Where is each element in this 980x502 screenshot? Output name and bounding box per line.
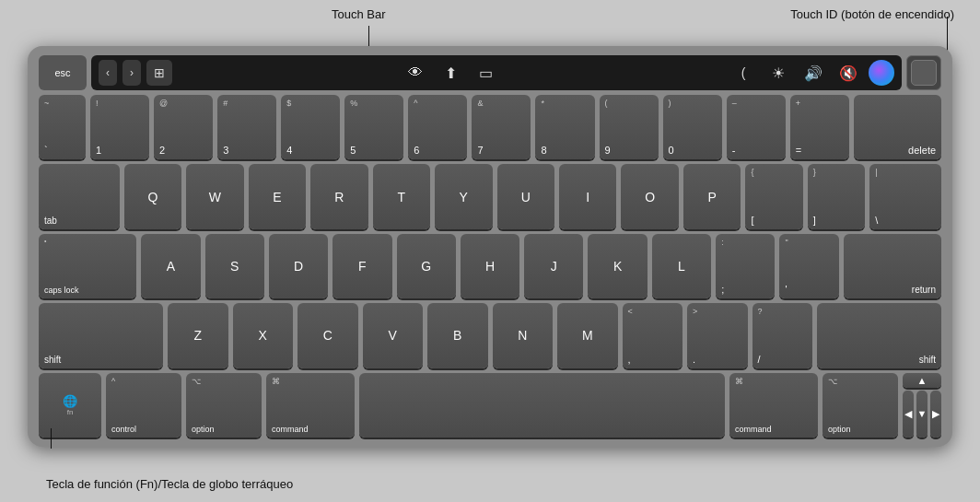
key-s[interactable]: S [205,234,264,298]
key-2[interactable]: @2 [154,95,213,159]
key-n[interactable]: N [493,303,554,368]
tb-back-btn[interactable]: ‹ [99,60,117,86]
asdf-row: • caps lock A S D F G H J K L :; "' retu… [39,234,941,298]
number-row: ~ ` !1 @2 #3 $4 %5 ^6 &7 *8 (9 )0 –- += … [39,95,941,159]
key-delete[interactable]: delete [854,95,941,159]
key-b[interactable]: B [427,303,488,368]
key-equals[interactable]: += [790,95,849,159]
key-comma[interactable]: <, [623,303,683,368]
fn-line [51,428,52,449]
key-bracket-l[interactable]: {[ [745,164,802,228]
key-bracket-r[interactable]: }] [808,164,865,228]
tb-share-btn[interactable]: ⬆ [436,60,465,86]
key-j[interactable]: J [524,234,583,298]
key-z[interactable]: Z [168,303,228,368]
tb-eye-btn[interactable]: 👁 [401,60,430,86]
tb-screen-btn[interactable]: ▭ [471,60,500,86]
key-m[interactable]: M [557,303,618,368]
key-option-right[interactable]: ⌥ option [822,373,898,438]
key-v[interactable]: V [363,303,424,368]
touchbar-row: esc ‹ › ⊞ 👁 ⬆ ▭ ( ☀ 🔊 🔇 [39,55,941,90]
bottom-row: 🌐 fn ^ control ⌥ option ⌘ command ⌘ comm… [39,373,941,438]
key-x[interactable]: X [233,303,294,368]
tb-paren-btn[interactable]: ( [729,60,758,86]
key-backtick[interactable]: ~ ` [39,95,86,159]
arrow-up-row: ▲ [903,373,941,388]
key-3[interactable]: #3 [217,95,276,159]
key-arrow-left[interactable]: ◀ [903,391,914,438]
key-c[interactable]: C [298,303,358,368]
key-slash[interactable]: ?/ [752,303,813,368]
key-semicolon[interactable]: :; [716,234,775,298]
key-t[interactable]: T [373,164,430,228]
key-p[interactable]: P [683,164,741,228]
tb-grid-btn[interactable]: ⊞ [146,60,172,86]
key-0[interactable]: )0 [663,95,722,159]
key-y[interactable]: Y [435,164,492,228]
key-w[interactable]: W [186,164,243,228]
key-7[interactable]: &7 [472,95,531,159]
touchid-key[interactable] [906,55,941,90]
esc-key[interactable]: esc [39,55,87,90]
tb-volume-btn[interactable]: 🔊 [799,60,828,86]
key-o[interactable]: O [621,164,678,228]
key-fn[interactable]: 🌐 fn [39,373,101,438]
key-i[interactable]: I [559,164,616,228]
key-quote[interactable]: "' [779,234,838,298]
key-4[interactable]: $4 [281,95,340,159]
key-h[interactable]: H [461,234,519,298]
key-9[interactable]: (9 [600,95,659,159]
key-k[interactable]: K [588,234,647,298]
key-6[interactable]: ^6 [408,95,467,159]
key-tab[interactable]: tab [39,164,120,228]
key-capslock[interactable]: • caps lock [39,234,136,298]
key-r[interactable]: R [310,164,368,228]
keyboard: esc ‹ › ⊞ 👁 ⬆ ▭ ( ☀ 🔊 🔇 ~ ` !1 @2 #3 $4 [28,46,952,447]
key-f[interactable]: F [332,234,391,298]
key-backslash[interactable]: |\ [869,164,941,228]
key-g[interactable]: G [397,234,456,298]
key-d[interactable]: D [269,234,328,298]
key-arrow-down[interactable]: ▼ [916,391,928,438]
key-command-right[interactable]: ⌘ command [729,373,818,438]
tb-mute-btn[interactable]: 🔇 [834,60,863,86]
touchid-inner [911,60,937,86]
zxcv-row: shift Z X C V B N M <, >. ?/ shift [39,303,941,368]
key-u[interactable]: U [497,164,554,228]
key-command-left[interactable]: ⌘ command [266,373,355,438]
key-q[interactable]: Q [124,164,181,228]
fn-annotation: Tecla de función (Fn)/Tecla de globo ter… [46,477,293,491]
touchid-line [947,17,948,53]
key-return[interactable]: return [844,234,941,298]
key-arrow-up[interactable]: ▲ [903,373,941,388]
tb-siri-btn[interactable] [869,60,894,86]
key-1[interactable]: !1 [90,95,149,159]
qwerty-row: tab Q W E R T Y U I O P {[ }] |\ [39,164,941,228]
tb-forward-btn[interactable]: › [122,60,141,86]
key-8[interactable]: *8 [535,95,594,159]
key-5[interactable]: %5 [344,95,403,159]
touchid-annotation: Touch ID (botón de encendido) [790,7,954,21]
key-control[interactable]: ^ control [106,373,181,438]
arrow-bottom-row: ◀ ▼ ▶ [903,391,941,438]
arrow-cluster: ▲ ◀ ▼ ▶ [903,373,941,438]
touchbar[interactable]: ‹ › ⊞ 👁 ⬆ ▭ ( ☀ 🔊 🔇 [91,55,902,90]
key-e[interactable]: E [249,164,306,228]
key-shift-right[interactable]: shift [817,303,941,368]
key-shift-left[interactable]: shift [39,303,163,368]
key-a[interactable]: A [141,234,200,298]
key-minus[interactable]: –- [727,95,786,159]
key-option-left[interactable]: ⌥ option [186,373,262,438]
tb-brightness-btn[interactable]: ☀ [764,60,793,86]
key-space[interactable] [359,373,725,438]
key-arrow-right[interactable]: ▶ [930,391,941,438]
key-l[interactable]: L [652,234,711,298]
touchbar-annotation: Touch Bar [332,7,386,21]
key-period[interactable]: >. [687,303,748,368]
